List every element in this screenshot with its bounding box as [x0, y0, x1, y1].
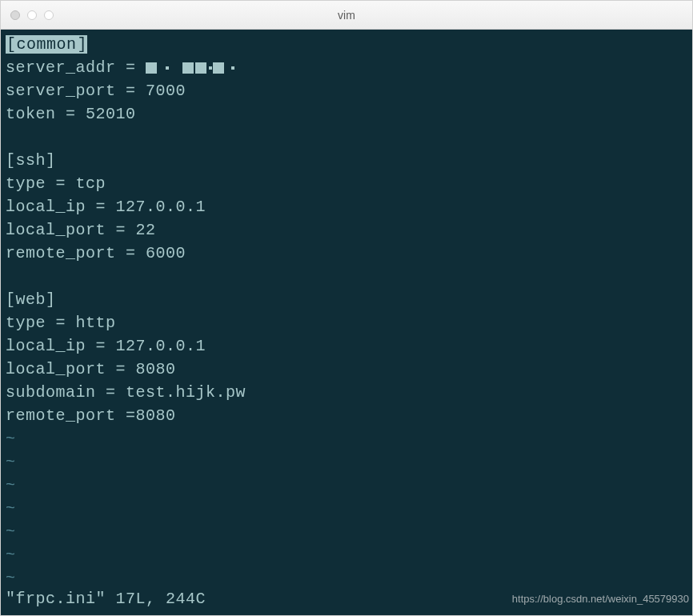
- traffic-lights: [10, 10, 54, 20]
- close-icon[interactable]: [10, 10, 20, 20]
- cursor: ]: [78, 35, 88, 54]
- section-header-web: [web]: [6, 288, 687, 311]
- terminal-content[interactable]: [common] server_addr = server_port = 700…: [1, 30, 692, 615]
- server-addr-key: server_addr =: [6, 58, 146, 77]
- section-header-ssh: [ssh]: [6, 149, 687, 172]
- config-line: local_ip = 127.0.0.1: [6, 195, 687, 218]
- terminal-window: vim [common] server_addr = server_port =…: [0, 0, 693, 616]
- maximize-icon[interactable]: [44, 10, 54, 20]
- empty-line-tilde: ~: [6, 520, 687, 543]
- config-line: local_port = 8080: [6, 358, 687, 381]
- obscured-ip: [146, 56, 235, 79]
- minimize-icon[interactable]: [27, 10, 37, 20]
- watermark: https://blog.csdn.net/weixin_45579930: [512, 587, 689, 610]
- empty-line-tilde: ~: [6, 566, 687, 590]
- section-header-common: [common]: [6, 33, 687, 56]
- config-line: server_addr =: [6, 56, 687, 79]
- window-title: vim: [338, 9, 355, 22]
- config-line: token = 52010: [6, 102, 687, 126]
- blank-line: [6, 265, 687, 288]
- config-line: type = http: [6, 311, 687, 334]
- empty-line-tilde: ~: [6, 427, 687, 450]
- config-line: server_port = 7000: [6, 79, 687, 102]
- config-line: subdomain = test.hijk.pw: [6, 381, 687, 404]
- config-line: remote_port = 6000: [6, 242, 687, 265]
- status-filename: "frpc.ini" 17L, 244C: [6, 587, 206, 610]
- section-common-label: [common: [6, 35, 78, 54]
- empty-line-tilde: ~: [6, 543, 687, 566]
- empty-line-tilde: ~: [6, 474, 687, 497]
- config-line: local_port = 22: [6, 218, 687, 242]
- titlebar[interactable]: vim: [1, 1, 692, 30]
- blank-line: [6, 126, 687, 149]
- empty-line-tilde: ~: [6, 497, 687, 520]
- empty-line-tilde: ~: [6, 450, 687, 474]
- config-line: remote_port =8080: [6, 404, 687, 427]
- config-line: type = tcp: [6, 172, 687, 195]
- config-line: local_ip = 127.0.0.1: [6, 334, 687, 358]
